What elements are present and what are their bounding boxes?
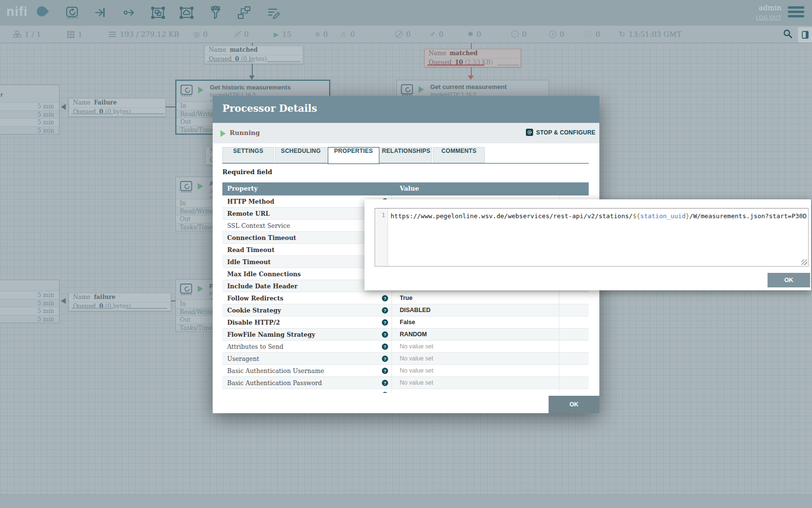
- nifi-logo: nifi: [6, 4, 28, 19]
- processor-name-fragment: r: [0, 91, 3, 98]
- property-name: Include Date Header: [227, 283, 298, 290]
- connection-arrow: [468, 75, 474, 80]
- property-value[interactable]: No value set: [400, 355, 433, 362]
- output-port-icon[interactable]: [122, 5, 137, 20]
- search-icon[interactable]: [783, 29, 793, 39]
- running-status-icon: [220, 130, 226, 137]
- dialog-header: Processor Details: [213, 96, 599, 123]
- connection-arrow: [61, 298, 66, 304]
- property-row[interactable]: Attributes to Send?No value set: [222, 341, 589, 353]
- property-row[interactable]: Disable HTTP/2?False: [222, 316, 589, 329]
- property-row[interactable]: Useragent?No value set: [222, 353, 589, 365]
- property-value[interactable]: No value set: [400, 379, 433, 386]
- tab-comments[interactable]: COMMENTS: [433, 147, 485, 163]
- column-value: Value: [400, 185, 419, 192]
- line-number: 1: [381, 211, 385, 219]
- property-name: SSL Context Service: [227, 222, 290, 229]
- check-icon: ✓: [430, 31, 435, 37]
- stopped-icon: ■: [315, 30, 320, 38]
- property-name: Attributes to Send: [227, 343, 283, 350]
- processor-left-bottom[interactable]: 5 min 5 min 5 min 5 min: [0, 280, 59, 323]
- property-name: Disable HTTP/2: [227, 319, 280, 326]
- last-refresh-time: 13:51:03 GMT: [628, 30, 681, 39]
- property-value[interactable]: No value set: [400, 367, 433, 374]
- property-name: Max Idle Connections: [227, 270, 301, 278]
- property-name: Basic Authentication Password: [227, 379, 322, 387]
- property-name: Useragent: [227, 355, 259, 362]
- property-value[interactable]: No value set: [400, 343, 433, 350]
- property-name: HTTP Method: [227, 198, 274, 205]
- label-icon[interactable]: [266, 5, 281, 20]
- exclamation-circle-icon: !: [549, 30, 556, 38]
- help-icon: [382, 392, 388, 393]
- nifi-drop-icon: [35, 4, 49, 19]
- value-editor-overlay: 1 https://www.pegelonline.wsv.de/webserv…: [364, 199, 811, 290]
- running-status-text: Running: [230, 129, 260, 136]
- property-value[interactable]: DISABLED: [400, 307, 431, 314]
- property-name: Remote URL: [227, 210, 270, 217]
- gear-icon: [526, 129, 533, 136]
- property-name: Basic Authentication Username: [227, 367, 324, 374]
- property-row[interactable]: FlowFile Naming Strategy?RANDOM: [222, 329, 589, 341]
- tab-scheduling[interactable]: SCHEDULING: [275, 147, 327, 163]
- stopped-components: ■0: [315, 26, 328, 43]
- not-transmitting-icon: ◎: [234, 30, 241, 38]
- question-circle-icon: ?: [585, 30, 592, 38]
- property-row[interactable]: Basic Authentication Password?No value s…: [222, 377, 589, 389]
- property-value[interactable]: True: [400, 295, 412, 301]
- help-icon[interactable]: ?: [382, 344, 388, 350]
- dialog-ok-button[interactable]: OK: [549, 396, 599, 413]
- help-icon[interactable]: ?: [382, 295, 388, 301]
- property-value[interactable]: RANDOM: [400, 331, 427, 338]
- tab-settings[interactable]: SETTINGS: [222, 147, 274, 163]
- property-row[interactable]: Follow Redirects?True: [222, 292, 589, 304]
- stop-and-configure-button[interactable]: STOP & CONFIGURE: [526, 129, 595, 136]
- template-icon[interactable]: [237, 5, 251, 20]
- processor-name: Get current measurement: [430, 83, 507, 90]
- property-row[interactable]: Cookie Strategy?DISABLED: [222, 304, 589, 316]
- stale-versioned: ↑0: [511, 26, 527, 43]
- processor-type-icon: [180, 180, 193, 195]
- tab-relationships[interactable]: RELATIONSHIPS: [380, 147, 432, 163]
- editor-ok-button[interactable]: OK: [768, 273, 810, 287]
- process-group-icon[interactable]: [151, 5, 165, 20]
- property-row[interactable]: Basic Authentication Username?No value s…: [222, 365, 589, 377]
- tab-properties[interactable]: PROPERTIES: [328, 147, 379, 164]
- refresh-status[interactable]: ↻ 13:51:03 GMT: [619, 26, 682, 43]
- help-icon[interactable]: ?: [382, 307, 388, 314]
- funnel-icon[interactable]: [208, 5, 223, 20]
- global-menu-icon[interactable]: [788, 6, 804, 19]
- property-value[interactable]: False: [400, 319, 415, 326]
- help-icon[interactable]: ?: [382, 331, 388, 338]
- help-icon[interactable]: ?: [382, 356, 388, 362]
- tab-strip: SETTINGSSCHEDULINGPROPERTIESRELATIONSHIP…: [222, 147, 589, 164]
- running-indicator-icon: [198, 183, 203, 190]
- editor-code-line[interactable]: https://www.pegelonline.wsv.de/webservic…: [391, 211, 807, 221]
- settings-drawer-toggle[interactable]: [798, 27, 812, 43]
- property-row-clipped: [222, 389, 589, 393]
- help-icon[interactable]: ?: [382, 319, 388, 326]
- input-port-icon[interactable]: [93, 5, 108, 20]
- required-field-note: Required field: [222, 168, 272, 176]
- property-name: Connection Timeout: [227, 234, 296, 241]
- processor-type-icon: [180, 283, 193, 298]
- queued-list-icon: [108, 31, 116, 38]
- processor-left-top[interactable]: r 5 min 5 min 5 min 5 min: [0, 85, 59, 134]
- value-editor[interactable]: 1 https://www.pegelonline.wsv.de/webserv…: [375, 208, 809, 267]
- remote-process-group-icon[interactable]: [179, 5, 194, 20]
- running-indicator-icon: [198, 87, 203, 93]
- status-bar: 1 / 1 1 193 / 279.12 KB ◎0 ◎0 ▶15 ■0 ⚠0 …: [0, 26, 812, 43]
- properties-table-header: Property Value: [222, 182, 589, 195]
- connection-arrow: [249, 75, 255, 80]
- property-name: Cookie Strategy: [227, 307, 281, 314]
- locally-modified-stale-versioned: !0: [549, 26, 565, 43]
- help-icon[interactable]: ?: [382, 368, 388, 374]
- logout-link[interactable]: LOG OUT: [756, 15, 782, 20]
- column-property: Property: [227, 185, 258, 192]
- remote-transmitting: ◎0: [193, 26, 208, 43]
- processor-icon[interactable]: [65, 5, 79, 20]
- arrow-up-circle-icon: ↑: [511, 30, 519, 38]
- running-components: ▶15: [274, 26, 291, 43]
- help-icon[interactable]: ?: [382, 380, 388, 386]
- resize-handle-icon[interactable]: [801, 259, 807, 265]
